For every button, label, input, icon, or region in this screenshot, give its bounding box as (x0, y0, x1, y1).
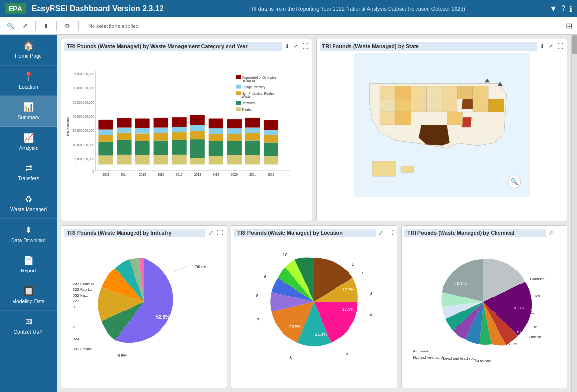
svg-text:4: 4 (370, 312, 372, 317)
zoom-in-btn[interactable]: ⤢ (20, 21, 29, 30)
map-expand-btn[interactable]: ⤢ (548, 42, 554, 51)
sidebar-label-waste: Waste Managed (10, 206, 47, 213)
svg-text:8: 8 (256, 293, 259, 298)
svg-rect-45 (190, 115, 205, 125)
industry-fullscreen-btn[interactable]: ⛶ (216, 229, 224, 237)
industry-expand-btn[interactable]: ⤢ (207, 229, 214, 237)
sidebar-item-report[interactable]: 📄 Report (0, 249, 57, 280)
chemical-pie-svg: 43.8% 10.8% 8.0% 7.3% (404, 239, 564, 365)
svg-text:327 Nonmet...: 327 Nonmet... (73, 282, 97, 286)
location-fullscreen-btn[interactable]: ⛶ (386, 229, 394, 237)
sidebar-item-home[interactable]: 🏠 Home Page (0, 35, 57, 66)
separator-1 (35, 21, 36, 31)
svg-text:2021: 2021 (249, 173, 256, 176)
settings-btn[interactable]: ⚙ (63, 21, 72, 30)
bar-chart-panel: TRI Pounds (Waste Managed) by Waste Mana… (61, 39, 312, 221)
us-map-svg: 🔍 (320, 53, 564, 197)
svg-rect-12 (98, 142, 113, 156)
svg-text:Lead and lead co...: Lead and lead co... (443, 356, 476, 361)
sidebar-item-transfers[interactable]: ⇄ Transfers (0, 157, 57, 188)
report-icon: 📄 (23, 255, 34, 266)
waste-icon: ♻ (25, 194, 32, 204)
bar-expand-btn[interactable]: ⤢ (293, 42, 299, 51)
svg-rect-36 (172, 140, 187, 155)
content-area: TRI Pounds (Waste Managed) by Waste Mana… (57, 35, 571, 392)
contact-icon: ✉ (25, 316, 32, 327)
analysis-icon: 📈 (23, 133, 34, 143)
svg-text:0: 0 (92, 170, 94, 173)
sidebar-item-analysis[interactable]: 📈 Analysis (0, 127, 57, 158)
scrollbar[interactable] (571, 35, 577, 392)
svg-text:562 Ha...: 562 Ha... (73, 293, 88, 297)
help-icon[interactable]: ? (561, 4, 565, 13)
bar-chart-icons: ⬇ ⤢ ⛶ (284, 42, 309, 51)
svg-text:15,000,000,000: 15,000,000,000 (73, 129, 94, 132)
location-expand-btn[interactable]: ⤢ (377, 229, 384, 237)
svg-text:T...: T... (530, 311, 536, 315)
svg-rect-15 (98, 120, 113, 130)
svg-rect-27 (135, 119, 149, 128)
sidebar-item-summary[interactable]: 📊 Summary (0, 96, 57, 127)
bar-2019: 2019 (209, 119, 223, 176)
svg-text:221...: 221... (73, 299, 82, 303)
svg-rect-38 (172, 127, 187, 132)
svg-text:Zinc an...: Zinc an... (529, 335, 545, 339)
svg-text:30,000,000,000: 30,000,000,000 (73, 86, 94, 90)
svg-text:25,000,000,000: 25,000,000,000 (73, 101, 94, 104)
sidebar-item-download[interactable]: ⬇ Data Download (0, 219, 57, 250)
bar-2017: 2017 (172, 117, 187, 176)
svg-rect-42 (190, 139, 205, 158)
grid-icon[interactable]: ⊞ (566, 21, 572, 30)
svg-text:3: 3 (370, 291, 372, 296)
svg-rect-19 (117, 133, 131, 140)
chemical-chart-icons: ⤢ ⛶ (548, 229, 564, 237)
location-chart-title: TRI Pounds (Waste Managed) by Location (234, 229, 376, 237)
svg-text:Hydrochloric acid (...: Hydrochloric acid (... (413, 355, 448, 360)
main-layout: 🏠 Home Page 📍 Location 📊 Summary 📈 Analy… (0, 35, 577, 392)
svg-rect-74 (236, 85, 241, 89)
svg-rect-84 (372, 161, 395, 176)
svg-rect-17 (117, 155, 131, 165)
share-btn[interactable]: ⬆ (41, 21, 51, 30)
chemical-expand-btn[interactable]: ⤢ (548, 229, 554, 237)
sidebar-item-modeling[interactable]: 🔲 Modeling Data (0, 280, 57, 311)
svg-text:🔍: 🔍 (510, 178, 518, 186)
location-chart-icons: ⤢ ⛶ (377, 229, 394, 237)
home-icon: 🏠 (23, 41, 34, 51)
svg-rect-33 (154, 118, 168, 128)
svg-text:2...: 2... (73, 325, 78, 329)
svg-rect-14 (98, 130, 113, 135)
sidebar-item-waste[interactable]: ♻ Waste Managed (0, 188, 57, 219)
svg-text:10: 10 (283, 252, 288, 257)
sidebar-label-location: Location (19, 84, 38, 90)
bar-2018: 2018 (190, 115, 205, 176)
svg-text:8.8%: 8.8% (118, 353, 128, 358)
svg-text:10.8%: 10.8% (513, 306, 524, 310)
bar-fullscreen-btn[interactable]: ⛶ (301, 42, 309, 51)
svg-text:1: 1 (352, 262, 354, 267)
location-title-bar: TRI Pounds (Waste Managed) by Location ⤢… (234, 229, 394, 237)
map-download-btn[interactable]: ⬇ (539, 42, 546, 51)
bar-2021: 2021 (245, 118, 260, 176)
svg-text:TRI Pounds: TRI Pounds (66, 117, 70, 137)
svg-text:Cumene: Cumene (530, 277, 545, 281)
sidebar-item-location[interactable]: 📍 Location (0, 66, 57, 96)
sidebar-item-contact[interactable]: ✉ Contact Us↗ (0, 311, 57, 341)
svg-rect-61 (245, 133, 260, 141)
scroll-thumb[interactable] (572, 35, 577, 54)
info-icon[interactable]: ℹ (569, 4, 572, 14)
svg-rect-68 (264, 130, 278, 135)
map-fullscreen-btn[interactable]: ⛶ (556, 42, 564, 51)
svg-rect-25 (135, 133, 149, 141)
bar-2015: 2015 (135, 119, 149, 176)
zoom-out-btn[interactable]: 🔍 (5, 21, 16, 30)
chemical-fullscreen-btn[interactable]: ⛶ (556, 229, 564, 237)
svg-text:Dich...: Dich... (533, 294, 544, 298)
location-pie-svg: 1 2 3 4 5 6 7 8 9 10 17.7% 21.4% 25.5% 1… (234, 239, 394, 365)
svg-rect-63 (245, 118, 260, 128)
chemical-chart-title: TRI Pounds (Waste Managed) by Chemical (404, 229, 546, 237)
svg-text:2020: 2020 (231, 173, 238, 176)
filter-icon[interactable]: ▼ (550, 4, 557, 13)
bar-download-btn[interactable]: ⬇ (284, 42, 291, 51)
bar-chart-svg: TRI Pounds 35,000,000,000 30,000,000,000… (64, 53, 309, 197)
